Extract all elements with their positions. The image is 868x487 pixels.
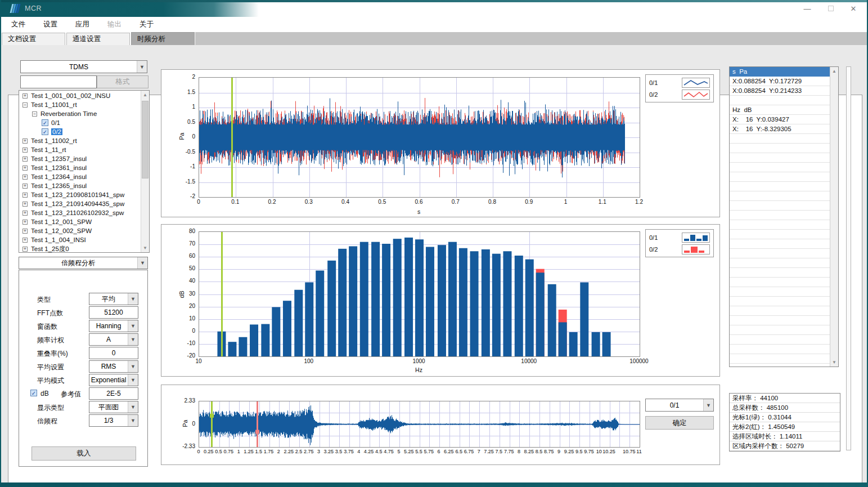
- readout-row-empty[interactable]: [730, 230, 830, 239]
- cursor-readout-rows: s PaX:0.088254 Y:0.172729X:0.088254 Y:0.…: [730, 67, 830, 367]
- readout-row-empty[interactable]: [730, 220, 830, 230]
- readout-row-empty[interactable]: [730, 144, 830, 153]
- info-row: 光标1(绿)： 0.31044: [730, 413, 840, 422]
- readout-row-empty[interactable]: [730, 335, 830, 345]
- readout-row-empty[interactable]: [730, 182, 830, 191]
- readout-row-empty[interactable]: [730, 172, 830, 182]
- readout-row-empty[interactable]: [730, 354, 830, 364]
- readout-row-empty[interactable]: [730, 345, 830, 354]
- tab-1[interactable]: 文档设置: [2, 33, 65, 45]
- scroll-up-icon[interactable]: ▲: [830, 67, 838, 75]
- readout-row-empty[interactable]: [730, 211, 830, 220]
- tab-3[interactable]: 时频分析: [131, 32, 195, 45]
- info-row: 选择区域时长： 1.14011: [730, 432, 840, 441]
- readout-row-empty[interactable]: [730, 297, 830, 306]
- readout-row-empty[interactable]: [730, 249, 830, 258]
- readout-row[interactable]: X: 16 Y:0.039427: [730, 115, 830, 124]
- side-scrollbar[interactable]: [846, 66, 851, 450]
- tab-2[interactable]: 通道设置: [66, 33, 130, 45]
- readout-row[interactable]: X:0.088254 Y:0.214233: [730, 86, 830, 96]
- window-border-left: [0, 0, 1, 487]
- cursor-readout-list: s PaX:0.088254 Y:0.172729X:0.088254 Y:0.…: [729, 66, 839, 367]
- readout-row-empty[interactable]: [730, 287, 830, 297]
- readout-row-empty[interactable]: [730, 306, 830, 316]
- readout-row[interactable]: X:0.088254 Y:0.172729: [730, 77, 830, 86]
- readout-row-empty[interactable]: [730, 325, 830, 335]
- readout-row-empty[interactable]: [730, 201, 830, 211]
- info-row: 采样率： 44100: [730, 394, 840, 403]
- readout-row-empty[interactable]: [730, 191, 830, 201]
- info-row: 区域内采样个数： 50279: [730, 441, 840, 451]
- readout-row-empty[interactable]: [730, 268, 830, 278]
- sample-info-rows: 采样率： 44100总采样数： 485100光标1(绿)： 0.31044光标2…: [730, 394, 840, 451]
- info-row: 总采样数： 485100: [730, 403, 840, 413]
- readout-scrollbar[interactable]: ▲ ▼: [830, 67, 838, 367]
- readout-row-empty[interactable]: [730, 278, 830, 287]
- sample-info-panel: 采样率： 44100总采样数： 485100光标1(绿)： 0.31044光标2…: [729, 393, 840, 452]
- readout-row[interactable]: [730, 96, 830, 105]
- readout-row-empty[interactable]: [730, 258, 830, 268]
- readout-row[interactable]: Hz dB: [730, 105, 830, 115]
- readout-row-empty[interactable]: [730, 239, 830, 249]
- scroll-down-icon[interactable]: ▼: [830, 358, 838, 367]
- info-row: 光标2(红)： 1.450549: [730, 422, 840, 432]
- readout-row-empty[interactable]: [730, 134, 830, 144]
- readout-row-empty[interactable]: [730, 153, 830, 163]
- readout-row[interactable]: s Pa: [730, 67, 830, 77]
- right-panel: s PaX:0.088254 Y:0.172729X:0.088254 Y:0.…: [0, 0, 868, 487]
- readout-row[interactable]: X: 16 Y:-8.329305: [730, 124, 830, 134]
- window-border-bottom: [0, 482, 868, 487]
- readout-row-empty[interactable]: [730, 163, 830, 172]
- app-window: MCR — ✕ 文件设置应用输出关于 文档设置通道设置时频分析 TDMS ▼ 格…: [0, 0, 868, 487]
- readout-row-empty[interactable]: [730, 316, 830, 325]
